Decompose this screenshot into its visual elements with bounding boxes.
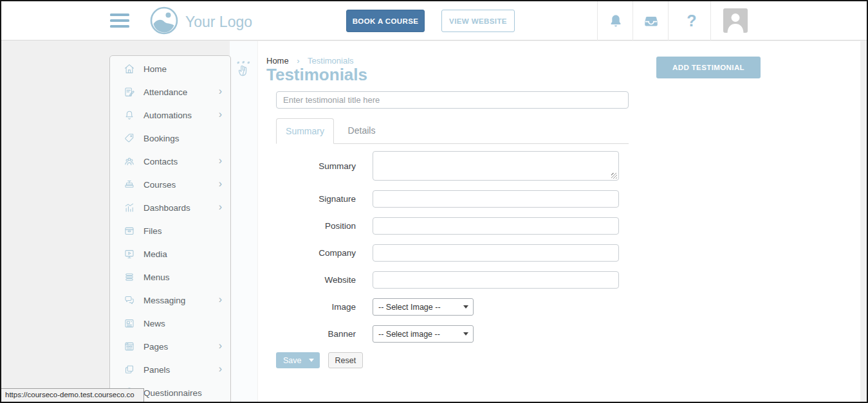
header-divider [668, 1, 669, 40]
chevron-right-icon: › [219, 109, 222, 121]
page-title: Testimonials [266, 65, 367, 85]
dashboards-icon [124, 202, 135, 213]
logo-image-icon [149, 6, 179, 38]
notifications-bell-icon[interactable] [607, 1, 625, 40]
company-input[interactable] [373, 244, 619, 262]
tour-hand-icon[interactable] [235, 60, 252, 80]
company-label: Company [276, 248, 373, 258]
sidebar-item-files[interactable]: Files [110, 219, 230, 242]
sidebar-item-label: Files [143, 226, 222, 236]
breadcrumb-separator-icon: › [297, 56, 299, 66]
position-label: Position [276, 221, 373, 231]
add-testimonial-button[interactable]: ADD TESTIMONIAL [656, 57, 761, 78]
sidebar-item-label: Automations [143, 111, 219, 120]
position-input[interactable] [373, 217, 619, 235]
sidebar-item-pages[interactable]: Pages› [110, 335, 230, 358]
sidebar-item-attendance[interactable]: Attendance› [110, 80, 230, 103]
panels-icon [124, 364, 135, 375]
save-dropdown-caret-icon[interactable] [309, 359, 314, 362]
sidebar-item-label: Dashboards [143, 203, 219, 213]
save-button-label: Save [283, 356, 302, 365]
form-actions: SaveReset [276, 352, 619, 368]
hamburger-menu-icon[interactable] [110, 13, 129, 28]
reset-button[interactable]: Reset [328, 352, 364, 368]
sidebar-item-news[interactable]: News [110, 312, 230, 335]
form-row-website: Website [276, 271, 619, 289]
pages-icon [124, 341, 135, 352]
sidebar-item-messaging[interactable]: Messaging› [110, 289, 230, 312]
help-icon[interactable]: ? [683, 1, 700, 40]
logo[interactable]: Your Logo [149, 6, 252, 38]
sidebar-item-media[interactable]: Media [110, 242, 230, 265]
top-header: Your Logo BOOK A COURSE VIEW WEBSITE ? [1, 1, 867, 40]
sidebar-item-panels[interactable]: Panels› [110, 358, 230, 381]
sidebar-nav: HomeAttendance›Automations›BookingsConta… [109, 55, 231, 403]
chevron-right-icon: › [219, 364, 222, 375]
breadcrumb-current: Testimonials [308, 56, 354, 66]
signature-label: Signature [276, 194, 373, 204]
sidebar-item-automations[interactable]: Automations› [110, 103, 230, 127]
tab-bar: Summary Details [276, 118, 629, 144]
sidebar-item-label: Menus [143, 273, 222, 282]
files-icon [124, 225, 135, 237]
chevron-right-icon: › [219, 179, 222, 190]
form-row-banner: Banner-- Select image -- [276, 325, 619, 343]
status-bar-url: https://courseco-demo.test.courseco.co [1, 388, 144, 402]
view-website-button[interactable]: VIEW WEBSITE [441, 10, 515, 32]
app-window: Your Logo BOOK A COURSE VIEW WEBSITE ? [0, 0, 868, 403]
website-input[interactable] [373, 271, 619, 289]
sidebar-item-label: Panels [143, 365, 219, 375]
sidebar-item-label: Home [143, 64, 222, 74]
sidebar-item-label: Media [143, 249, 222, 259]
sidebar-item-label: Attendance [143, 87, 219, 97]
form-row-summary: Summary [276, 151, 619, 181]
main-content: Home › Testimonials Testimonials ADD TES… [258, 40, 860, 402]
sidebar-item-label: Courses [143, 180, 219, 190]
form-row-image: Image-- Select Image -- [276, 298, 619, 316]
tab-details[interactable]: Details [334, 118, 389, 143]
attendance-icon [124, 86, 135, 98]
sidebar-item-home[interactable]: Home [110, 57, 230, 80]
banner-label: Banner [276, 329, 373, 339]
book-a-course-button[interactable]: BOOK A COURSE [346, 10, 425, 32]
menus-icon [124, 271, 135, 283]
home-icon [124, 63, 135, 75]
sidebar-item-bookings[interactable]: Bookings [110, 127, 230, 150]
summary-textarea[interactable] [373, 151, 619, 181]
breadcrumb: Home › Testimonials [266, 56, 354, 66]
tab-summary[interactable]: Summary [276, 118, 334, 144]
header-divider [710, 1, 711, 40]
contacts-icon [124, 156, 135, 167]
signature-input[interactable] [373, 190, 619, 208]
summary-label: Summary [276, 161, 373, 171]
header-divider [597, 1, 598, 40]
bookings-icon [124, 132, 135, 144]
sidebar-item-contacts[interactable]: Contacts› [110, 150, 230, 173]
form-row-company: Company [276, 244, 619, 262]
sidebar-item-menus[interactable]: Menus [110, 265, 230, 289]
inbox-icon[interactable] [642, 1, 660, 40]
image-select[interactable]: -- Select Image -- [373, 298, 474, 316]
media-icon [124, 248, 135, 260]
testimonial-title-input[interactable] [276, 91, 629, 109]
chevron-right-icon: › [219, 156, 222, 167]
sidebar-item-label: Messaging [143, 296, 219, 305]
header-divider [633, 1, 633, 40]
sidebar-item-dashboards[interactable]: Dashboards› [110, 196, 230, 219]
chevron-right-icon: › [219, 86, 222, 98]
save-button[interactable]: Save [276, 352, 320, 368]
banner-select[interactable]: -- Select image -- [373, 325, 474, 343]
chevron-right-icon: › [219, 202, 222, 213]
breadcrumb-home-link[interactable]: Home [266, 56, 289, 66]
avatar[interactable] [723, 8, 748, 33]
automations-icon [124, 109, 135, 121]
resize-handle-icon[interactable] [611, 173, 617, 179]
chevron-right-icon: › [219, 341, 222, 352]
sidebar-item-label: Pages [143, 342, 219, 352]
side-rail [230, 41, 258, 402]
news-icon [124, 318, 135, 329]
sidebar-item-label: Bookings [143, 134, 222, 143]
image-label: Image [276, 302, 373, 312]
logo-text: Your Logo [185, 7, 252, 37]
sidebar-item-courses[interactable]: Courses› [110, 173, 230, 196]
